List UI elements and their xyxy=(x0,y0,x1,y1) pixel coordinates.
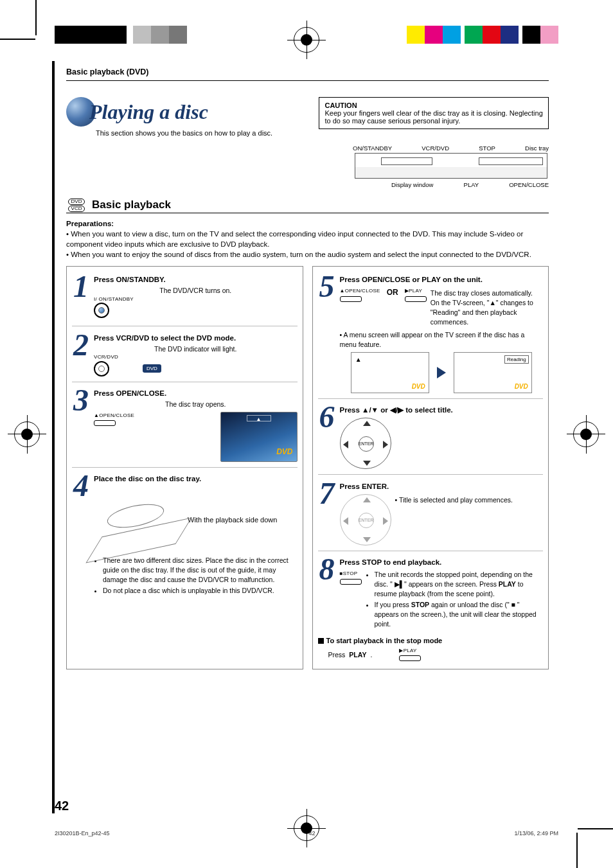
stop-button-icon xyxy=(340,579,362,585)
enter-center: ENTER xyxy=(359,513,374,528)
preparations: Preparations: • When you want to view a … xyxy=(66,218,549,260)
step-6: 6 Press ▲/▼ or ◀/▶ to select title. ENTE… xyxy=(318,401,544,469)
footer-mid: 42 xyxy=(309,830,315,837)
grayscale-bars-icon xyxy=(55,26,187,44)
dvd-format-icon: DVD xyxy=(68,199,85,205)
disc-tray-illustration xyxy=(94,488,184,552)
enter-center: ENTER xyxy=(359,436,374,452)
footer-left: 2I30201B-En_p42-45 xyxy=(55,830,110,837)
play-label: PLAY xyxy=(404,648,417,653)
caution-text: Keep your fingers well clear of the disc… xyxy=(324,109,543,125)
step-title: Press OPEN/CLOSE or PLAY on the unit. xyxy=(340,274,544,285)
step-number: 4 xyxy=(72,474,90,598)
step-text: The disc tray opens. xyxy=(94,400,298,409)
openclose-button-icon xyxy=(340,296,362,302)
footer-metadata: 2I30201B-En_p42-45 42 1/13/06, 2:49 PM xyxy=(55,830,558,837)
side-marker xyxy=(52,61,55,813)
caution-box: CAUTION Keep your fingers well clear of … xyxy=(319,97,549,129)
reading-screen-icon: Reading DVD xyxy=(454,352,532,393)
crop-mark xyxy=(576,833,578,868)
restart-heading: To start playback in the stop mode xyxy=(318,636,544,646)
vcrdvd-label: VCR/DVD xyxy=(94,353,298,360)
step-5: 5 Press OPEN/CLOSE or PLAY on the unit. … xyxy=(318,270,544,393)
step-number: 2 xyxy=(72,333,90,376)
dvd-logo-icon: DVD xyxy=(515,382,528,391)
step-title: Press VCR/DVD to select the DVD mode. xyxy=(94,333,298,343)
label-play: PLAY xyxy=(464,181,479,188)
registration-mark-icon xyxy=(573,421,599,447)
nav-pad-icon: ENTER xyxy=(340,418,391,469)
on-standby-button-icon xyxy=(94,303,109,318)
menu-screen-icon: ▲ DVD xyxy=(351,352,429,393)
play-button-icon xyxy=(399,655,421,661)
restart-play-bold: PLAY xyxy=(349,650,366,660)
nav-pad-icon: ENTER xyxy=(340,494,391,545)
step-text: The disc tray closes automatically. On t… xyxy=(431,288,543,326)
step-number: 8 xyxy=(318,557,336,630)
dvd-indicator-badge: DVD xyxy=(143,364,161,373)
step-number: 3 xyxy=(72,388,90,462)
page-number: 42 xyxy=(55,799,69,813)
on-standby-label: I/ ON/STANDBY xyxy=(94,296,298,303)
registration-mark-icon xyxy=(294,815,319,841)
step-bullet: If you press STOP again or unload the di… xyxy=(375,600,544,628)
steps-column-left: 1 Press ON/STANDBY. The DVD/VCR turns on… xyxy=(66,266,303,669)
label-stop: STOP xyxy=(479,145,495,152)
arrow-right-icon xyxy=(437,367,446,378)
step-1: 1 Press ON/STANDBY. The DVD/VCR turns on… xyxy=(72,270,298,321)
step-title: Press ▲/▼ or ◀/▶ to select title. xyxy=(340,405,544,415)
vcrdvd-button-icon xyxy=(94,361,109,376)
step-text: The DVD indicator will light. xyxy=(94,344,298,354)
step-text: The DVD/VCR turns on. xyxy=(94,286,298,296)
step-bullet: The unit records the stopped point, depe… xyxy=(375,570,544,598)
step-bullet: Do not place a disc which is unplayable … xyxy=(103,586,298,596)
prep-heading: Preparations: xyxy=(66,218,549,229)
reading-badge: Reading xyxy=(504,355,529,364)
dvd-logo-icon: DVD xyxy=(276,447,292,457)
step-title: Press ON/STANDBY. xyxy=(94,274,298,285)
page-title: Playing a disc xyxy=(66,97,306,127)
label-openclose: OPEN/CLOSE xyxy=(509,181,549,188)
device-diagram: ON/STANDBY VCR/DVD STOP Disc tray Displa… xyxy=(353,145,549,188)
label-vcrdvd: VCR/DVD xyxy=(422,145,449,152)
play-label: PLAY xyxy=(409,288,422,294)
openclose-button-icon xyxy=(94,420,116,426)
registration-mark-icon xyxy=(294,27,319,53)
step-4: 4 Place the disc on the disc tray. With … xyxy=(72,470,298,598)
step-3: 3 Press OPEN/CLOSE. The disc tray opens.… xyxy=(72,384,298,462)
section-heading: Basic playback xyxy=(92,199,171,211)
step-2: 2 Press VCR/DVD to select the DVD mode. … xyxy=(72,329,298,376)
crop-mark xyxy=(0,39,35,40)
step-number: 5 xyxy=(318,274,336,393)
page-content: Basic playback (DVD) Playing a disc This… xyxy=(55,61,558,813)
step-title: Press STOP to end playback. xyxy=(340,557,544,567)
step-caption: With the playback side down xyxy=(188,515,298,525)
format-icons: DVD VCD xyxy=(66,199,87,212)
square-bullet-icon xyxy=(318,638,324,644)
prep-item: When you want to enjoy the sound of disc… xyxy=(71,251,531,258)
caution-heading: CAUTION xyxy=(324,102,543,109)
step-title: Place the disc on the disc tray. xyxy=(94,474,298,484)
step-8: 8 Press STOP to end playback. ■STOP The … xyxy=(318,553,544,630)
step-7: 7 Press ENTER. ENTER • Title is selected… xyxy=(318,477,544,545)
openclose-label: OPEN/CLOSE xyxy=(345,288,380,294)
footer-right: 1/13/06, 2:49 PM xyxy=(514,830,558,837)
label-disctray: Disc tray xyxy=(525,145,549,152)
step-bullet: A menu screen will appear on the TV scre… xyxy=(340,331,525,348)
restart-text: Press xyxy=(328,650,346,660)
step-title: Press OPEN/CLOSE. xyxy=(94,388,298,398)
step-number: 7 xyxy=(318,481,336,545)
registration-mark-icon xyxy=(14,421,40,447)
page-subtitle: This section shows you the basics on how… xyxy=(96,129,306,137)
color-bars-icon xyxy=(407,26,558,44)
vcd-format-icon: VCD xyxy=(68,206,85,212)
openclose-label: OPEN/CLOSE xyxy=(99,412,134,418)
crop-mark xyxy=(35,0,37,35)
stop-label: STOP xyxy=(343,571,358,576)
steps-column-right: 5 Press OPEN/CLOSE or PLAY on the unit. … xyxy=(312,266,549,669)
play-button-icon xyxy=(405,296,427,302)
or-text: OR xyxy=(387,287,398,298)
device-body-icon xyxy=(355,153,547,179)
label-onstandby: ON/STANDBY xyxy=(353,145,392,152)
breadcrumb: Basic playback (DVD) xyxy=(66,67,149,76)
